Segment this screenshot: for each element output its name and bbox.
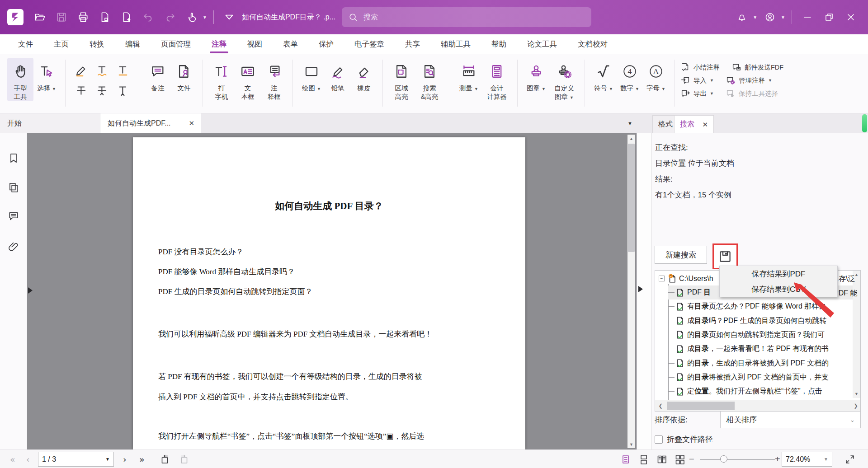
new-search-button[interactable]: 新建搜索 xyxy=(655,246,707,264)
zoom-out-button[interactable]: − xyxy=(689,450,694,468)
attachment-panel-button[interactable] xyxy=(8,241,19,253)
close-button[interactable] xyxy=(844,10,858,24)
last-page-button[interactable]: » xyxy=(139,450,145,468)
collapse-expander-icon[interactable]: − xyxy=(659,276,665,281)
document-scrollbar[interactable]: ▲ ▼ xyxy=(627,135,635,448)
menu-注释[interactable]: 注释 xyxy=(212,39,226,49)
menu-保护[interactable]: 保护 xyxy=(319,39,334,49)
chevron-down-icon[interactable]: ▼ xyxy=(753,15,757,20)
menu-共享[interactable]: 共享 xyxy=(405,39,420,49)
search-result-item[interactable]: 成目录，一起来看看吧！若 PDF 有现有的书 xyxy=(668,342,853,356)
number-tool[interactable]: 4数字 ▼ xyxy=(617,58,643,94)
draw-rect-tool[interactable]: 绘图 ▼ xyxy=(298,58,325,94)
next-page-button[interactable]: › xyxy=(123,450,127,468)
next-view-button[interactable] xyxy=(179,450,190,468)
export-comments-button[interactable]: 导出▼ xyxy=(680,89,714,98)
global-search-input[interactable] xyxy=(363,13,558,21)
replace-text-tool[interactable] xyxy=(92,80,113,100)
letter-tool[interactable]: A字母 ▼ xyxy=(643,58,669,94)
minimize-button[interactable] xyxy=(801,10,814,24)
print-button[interactable] xyxy=(76,10,90,24)
menu-电子签章[interactable]: 电子签章 xyxy=(354,39,384,49)
underline-tool[interactable] xyxy=(113,61,133,80)
restore-button[interactable] xyxy=(822,10,836,24)
new-doc-button[interactable] xyxy=(120,10,133,24)
expand-right-panel-icon[interactable] xyxy=(638,286,643,292)
prev-page-button[interactable]: ‹ xyxy=(26,450,30,468)
menu-编辑[interactable]: 编辑 xyxy=(125,39,140,49)
scroll-down-icon[interactable]: ▼ xyxy=(853,390,860,398)
callout-tool[interactable]: 注释框 xyxy=(261,58,287,101)
area-highlight-tool[interactable]: 区域高亮 xyxy=(388,58,415,101)
select-text-tool[interactable]: 选择 ▼ xyxy=(33,58,60,94)
panel-tab-search[interactable]: 搜索 ✕ xyxy=(674,115,714,133)
manage-comments-button[interactable]: 管理注释▼ xyxy=(726,75,772,85)
scroll-up-icon[interactable]: ▲ xyxy=(627,135,635,142)
search-result-item[interactable]: 定位置。我们打开左侧导航栏“书签”，点击 xyxy=(668,384,853,398)
scroll-right-icon[interactable]: ❯ xyxy=(850,400,861,411)
facing-view-icon[interactable] xyxy=(656,454,667,465)
export-doc-button[interactable] xyxy=(98,10,112,24)
page-number-input[interactable]: 1 / 3 ▼ xyxy=(38,452,114,467)
menu-转换[interactable]: 转换 xyxy=(90,39,104,49)
open-folder-button[interactable] xyxy=(33,10,47,24)
scroll-left-icon[interactable]: ❮ xyxy=(655,400,666,411)
measure-tool[interactable]: 测量 ▼ xyxy=(456,58,482,94)
calculator-tool[interactable]: 会计计算器 xyxy=(482,58,512,101)
collapse-path-checkbox[interactable] xyxy=(655,435,663,444)
menu-视图[interactable]: 视图 xyxy=(247,39,262,49)
scroll-down-icon[interactable]: ▼ xyxy=(627,440,635,448)
account-button[interactable] xyxy=(763,10,777,24)
search-result-item[interactable]: 的目录页如何自动跳转到指定页面？我们可 xyxy=(668,328,853,342)
typewriter-tool[interactable]: 打字机 xyxy=(208,58,235,101)
continuous-facing-view-icon[interactable] xyxy=(675,454,685,465)
file-attach-tool[interactable]: 文件 xyxy=(171,58,197,93)
keep-tool-button[interactable]: 保持工具选择 xyxy=(726,89,778,98)
bell-button[interactable] xyxy=(735,10,749,24)
tab-close-icon[interactable]: ✕ xyxy=(189,119,194,127)
scrollbar-thumb[interactable] xyxy=(667,402,735,410)
touch-mode-button[interactable] xyxy=(185,10,198,24)
search-result-item[interactable]: 的目录，生成的目录将被插入到 PDF 文档的 xyxy=(668,356,853,370)
mail-fdf-button[interactable]: 邮件发送FDF xyxy=(731,62,783,72)
continuous-view-icon[interactable] xyxy=(638,454,649,465)
pencil-tool[interactable]: 铅笔 xyxy=(325,58,351,93)
expand-left-panel-icon[interactable] xyxy=(28,287,33,294)
chevron-down-icon[interactable]: ▼ xyxy=(203,15,207,20)
menu-辅助工具[interactable]: 辅助工具 xyxy=(441,39,471,49)
first-page-button[interactable]: « xyxy=(10,450,15,468)
squiggly-tool[interactable] xyxy=(92,61,113,80)
stamp-tool[interactable]: 图章 ▼ xyxy=(523,58,549,94)
tab-start[interactable]: 开始 xyxy=(0,113,100,133)
sort-by-select[interactable]: 相关排序 ⌄ xyxy=(720,411,861,428)
summarize-button[interactable]: 小结注释 xyxy=(680,62,720,72)
menu-论文工具[interactable]: 论文工具 xyxy=(527,39,557,49)
app-logo[interactable] xyxy=(7,9,24,25)
menu-文件[interactable]: 文件 xyxy=(18,39,33,49)
tab-list-dropdown-icon[interactable]: ▼ xyxy=(627,121,632,126)
save-button[interactable] xyxy=(55,10,68,24)
chevron-down-icon[interactable]: ▼ xyxy=(781,15,785,20)
search-result-item[interactable]: 的目录将被插入到 PDF 文档的首页中，并支 xyxy=(668,370,853,384)
pages-panel-button[interactable] xyxy=(8,182,19,193)
eraser-tool[interactable]: 橡皮 xyxy=(351,58,377,93)
flag-button[interactable] xyxy=(222,10,236,24)
tab-document[interactable]: 如何自动生成PDF... ✕ xyxy=(100,113,201,133)
global-search[interactable] xyxy=(342,7,591,27)
menu-文档校对[interactable]: 文档校对 xyxy=(578,39,608,49)
bookmark-panel-button[interactable] xyxy=(8,152,19,164)
custom-stamp-tool[interactable]: 自定义图章 ▼ xyxy=(549,58,579,102)
undo-button[interactable] xyxy=(142,10,155,24)
fullscreen-button[interactable] xyxy=(844,450,855,468)
previous-view-button[interactable] xyxy=(159,450,170,468)
menu-页面管理[interactable]: 页面管理 xyxy=(161,39,191,49)
tree-horizontal-scrollbar[interactable]: ❮ ❯ xyxy=(655,400,861,411)
note-tool[interactable]: 备注 xyxy=(145,58,171,93)
search-highlight-tool[interactable]: 搜索&高亮 xyxy=(415,58,444,101)
zoom-level-select[interactable]: 72.40% ▼ xyxy=(782,452,832,467)
menu-帮助[interactable]: 帮助 xyxy=(491,39,506,49)
single-page-view-icon[interactable] xyxy=(620,454,631,465)
redo-button[interactable] xyxy=(163,10,177,24)
zoom-slider-knob[interactable] xyxy=(720,455,727,463)
comments-panel-button[interactable] xyxy=(8,211,19,222)
